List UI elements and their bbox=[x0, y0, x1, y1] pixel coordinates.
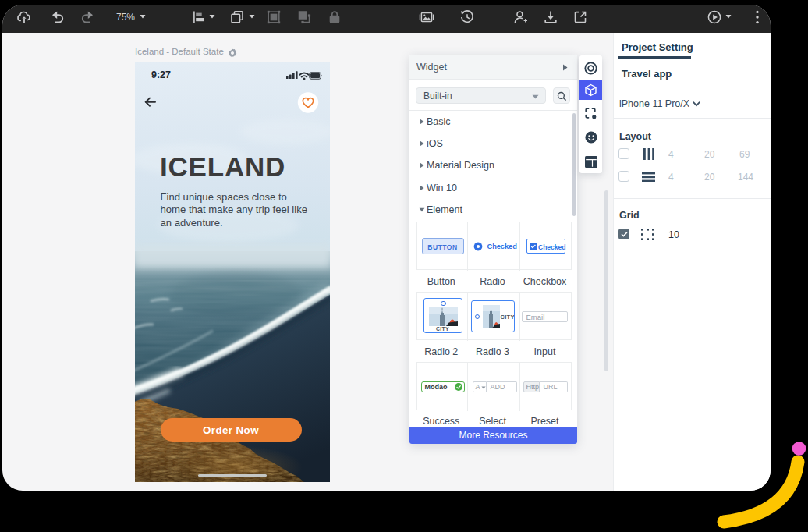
svg-text:Find unique spaces close to: Find unique spaces close to bbox=[161, 191, 287, 203]
svg-text:Order Now: Order Now bbox=[203, 424, 259, 436]
svg-text:home that make any trip feel l: home that make any trip feel like bbox=[161, 204, 308, 215]
svg-text:ICELAND: ICELAND bbox=[160, 151, 285, 182]
svg-text:an adventure.: an adventure. bbox=[161, 217, 223, 229]
svg-text:9:27: 9:27 bbox=[151, 69, 171, 80]
